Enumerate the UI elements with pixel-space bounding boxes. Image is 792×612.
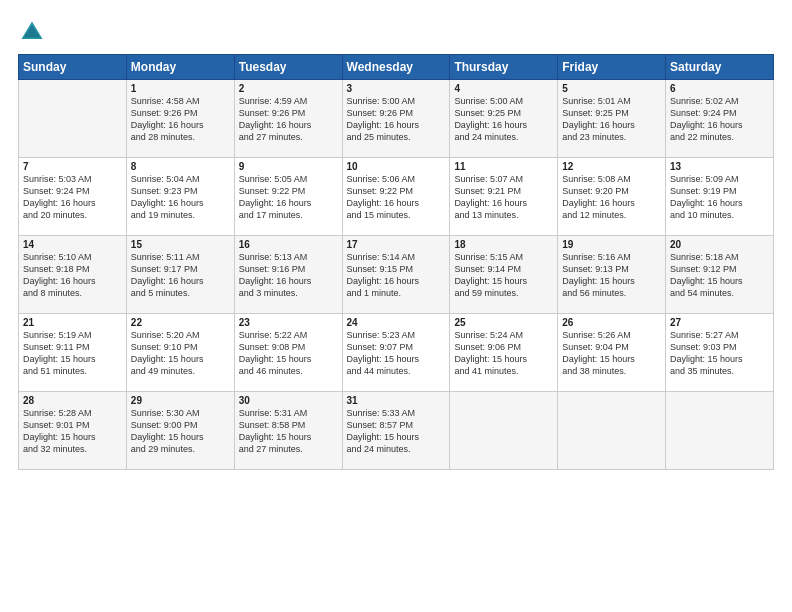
day-cell: 15Sunrise: 5:11 AM Sunset: 9:17 PM Dayli…: [126, 236, 234, 314]
page: SundayMondayTuesdayWednesdayThursdayFrid…: [0, 0, 792, 480]
day-cell: 16Sunrise: 5:13 AM Sunset: 9:16 PM Dayli…: [234, 236, 342, 314]
day-info: Sunrise: 5:28 AM Sunset: 9:01 PM Dayligh…: [23, 407, 122, 456]
day-info: Sunrise: 5:31 AM Sunset: 8:58 PM Dayligh…: [239, 407, 338, 456]
day-cell: 22Sunrise: 5:20 AM Sunset: 9:10 PM Dayli…: [126, 314, 234, 392]
day-info: Sunrise: 5:26 AM Sunset: 9:04 PM Dayligh…: [562, 329, 661, 378]
day-cell: 1Sunrise: 4:58 AM Sunset: 9:26 PM Daylig…: [126, 80, 234, 158]
day-cell: 8Sunrise: 5:04 AM Sunset: 9:23 PM Daylig…: [126, 158, 234, 236]
day-number: 28: [23, 395, 122, 406]
day-cell: 9Sunrise: 5:05 AM Sunset: 9:22 PM Daylig…: [234, 158, 342, 236]
day-number: 27: [670, 317, 769, 328]
header-row: SundayMondayTuesdayWednesdayThursdayFrid…: [19, 55, 774, 80]
day-cell: 26Sunrise: 5:26 AM Sunset: 9:04 PM Dayli…: [558, 314, 666, 392]
day-info: Sunrise: 5:24 AM Sunset: 9:06 PM Dayligh…: [454, 329, 553, 378]
col-header-wednesday: Wednesday: [342, 55, 450, 80]
day-cell: 20Sunrise: 5:18 AM Sunset: 9:12 PM Dayli…: [666, 236, 774, 314]
day-number: 10: [347, 161, 446, 172]
day-cell: 7Sunrise: 5:03 AM Sunset: 9:24 PM Daylig…: [19, 158, 127, 236]
day-number: 14: [23, 239, 122, 250]
day-info: Sunrise: 5:08 AM Sunset: 9:20 PM Dayligh…: [562, 173, 661, 222]
day-info: Sunrise: 5:05 AM Sunset: 9:22 PM Dayligh…: [239, 173, 338, 222]
day-cell: 19Sunrise: 5:16 AM Sunset: 9:13 PM Dayli…: [558, 236, 666, 314]
day-number: 26: [562, 317, 661, 328]
day-cell: 12Sunrise: 5:08 AM Sunset: 9:20 PM Dayli…: [558, 158, 666, 236]
day-cell: 13Sunrise: 5:09 AM Sunset: 9:19 PM Dayli…: [666, 158, 774, 236]
day-cell: 27Sunrise: 5:27 AM Sunset: 9:03 PM Dayli…: [666, 314, 774, 392]
day-number: 8: [131, 161, 230, 172]
day-info: Sunrise: 5:04 AM Sunset: 9:23 PM Dayligh…: [131, 173, 230, 222]
day-cell: 14Sunrise: 5:10 AM Sunset: 9:18 PM Dayli…: [19, 236, 127, 314]
day-info: Sunrise: 5:30 AM Sunset: 9:00 PM Dayligh…: [131, 407, 230, 456]
day-number: 2: [239, 83, 338, 94]
day-info: Sunrise: 5:20 AM Sunset: 9:10 PM Dayligh…: [131, 329, 230, 378]
day-info: Sunrise: 5:27 AM Sunset: 9:03 PM Dayligh…: [670, 329, 769, 378]
col-header-tuesday: Tuesday: [234, 55, 342, 80]
day-info: Sunrise: 5:07 AM Sunset: 9:21 PM Dayligh…: [454, 173, 553, 222]
day-cell: 2Sunrise: 4:59 AM Sunset: 9:26 PM Daylig…: [234, 80, 342, 158]
week-row-4: 28Sunrise: 5:28 AM Sunset: 9:01 PM Dayli…: [19, 392, 774, 470]
day-cell: [558, 392, 666, 470]
day-cell: 25Sunrise: 5:24 AM Sunset: 9:06 PM Dayli…: [450, 314, 558, 392]
day-number: 24: [347, 317, 446, 328]
day-info: Sunrise: 5:02 AM Sunset: 9:24 PM Dayligh…: [670, 95, 769, 144]
day-info: Sunrise: 5:03 AM Sunset: 9:24 PM Dayligh…: [23, 173, 122, 222]
day-info: Sunrise: 5:22 AM Sunset: 9:08 PM Dayligh…: [239, 329, 338, 378]
day-number: 15: [131, 239, 230, 250]
day-cell: 3Sunrise: 5:00 AM Sunset: 9:26 PM Daylig…: [342, 80, 450, 158]
day-cell: [450, 392, 558, 470]
day-number: 18: [454, 239, 553, 250]
day-cell: 29Sunrise: 5:30 AM Sunset: 9:00 PM Dayli…: [126, 392, 234, 470]
week-row-0: 1Sunrise: 4:58 AM Sunset: 9:26 PM Daylig…: [19, 80, 774, 158]
day-info: Sunrise: 5:00 AM Sunset: 9:25 PM Dayligh…: [454, 95, 553, 144]
day-info: Sunrise: 5:09 AM Sunset: 9:19 PM Dayligh…: [670, 173, 769, 222]
day-cell: 24Sunrise: 5:23 AM Sunset: 9:07 PM Dayli…: [342, 314, 450, 392]
header: [18, 18, 774, 46]
day-number: 17: [347, 239, 446, 250]
day-cell: 21Sunrise: 5:19 AM Sunset: 9:11 PM Dayli…: [19, 314, 127, 392]
day-cell: 10Sunrise: 5:06 AM Sunset: 9:22 PM Dayli…: [342, 158, 450, 236]
col-header-friday: Friday: [558, 55, 666, 80]
day-number: 3: [347, 83, 446, 94]
day-info: Sunrise: 5:01 AM Sunset: 9:25 PM Dayligh…: [562, 95, 661, 144]
logo: [18, 18, 50, 46]
day-number: 23: [239, 317, 338, 328]
day-number: 21: [23, 317, 122, 328]
day-number: 22: [131, 317, 230, 328]
day-cell: [19, 80, 127, 158]
day-number: 29: [131, 395, 230, 406]
day-info: Sunrise: 5:16 AM Sunset: 9:13 PM Dayligh…: [562, 251, 661, 300]
day-cell: 18Sunrise: 5:15 AM Sunset: 9:14 PM Dayli…: [450, 236, 558, 314]
day-info: Sunrise: 4:59 AM Sunset: 9:26 PM Dayligh…: [239, 95, 338, 144]
day-cell: 17Sunrise: 5:14 AM Sunset: 9:15 PM Dayli…: [342, 236, 450, 314]
day-info: Sunrise: 5:11 AM Sunset: 9:17 PM Dayligh…: [131, 251, 230, 300]
day-cell: 11Sunrise: 5:07 AM Sunset: 9:21 PM Dayli…: [450, 158, 558, 236]
day-number: 6: [670, 83, 769, 94]
day-cell: 31Sunrise: 5:33 AM Sunset: 8:57 PM Dayli…: [342, 392, 450, 470]
day-info: Sunrise: 4:58 AM Sunset: 9:26 PM Dayligh…: [131, 95, 230, 144]
col-header-saturday: Saturday: [666, 55, 774, 80]
day-number: 19: [562, 239, 661, 250]
day-info: Sunrise: 5:14 AM Sunset: 9:15 PM Dayligh…: [347, 251, 446, 300]
day-number: 31: [347, 395, 446, 406]
day-number: 13: [670, 161, 769, 172]
week-row-1: 7Sunrise: 5:03 AM Sunset: 9:24 PM Daylig…: [19, 158, 774, 236]
day-cell: 6Sunrise: 5:02 AM Sunset: 9:24 PM Daylig…: [666, 80, 774, 158]
col-header-sunday: Sunday: [19, 55, 127, 80]
day-number: 1: [131, 83, 230, 94]
day-info: Sunrise: 5:15 AM Sunset: 9:14 PM Dayligh…: [454, 251, 553, 300]
day-cell: 23Sunrise: 5:22 AM Sunset: 9:08 PM Dayli…: [234, 314, 342, 392]
day-number: 11: [454, 161, 553, 172]
day-info: Sunrise: 5:00 AM Sunset: 9:26 PM Dayligh…: [347, 95, 446, 144]
col-header-thursday: Thursday: [450, 55, 558, 80]
day-number: 7: [23, 161, 122, 172]
day-number: 9: [239, 161, 338, 172]
day-cell: 4Sunrise: 5:00 AM Sunset: 9:25 PM Daylig…: [450, 80, 558, 158]
day-cell: 30Sunrise: 5:31 AM Sunset: 8:58 PM Dayli…: [234, 392, 342, 470]
day-info: Sunrise: 5:19 AM Sunset: 9:11 PM Dayligh…: [23, 329, 122, 378]
day-number: 12: [562, 161, 661, 172]
logo-icon: [18, 18, 46, 46]
week-row-3: 21Sunrise: 5:19 AM Sunset: 9:11 PM Dayli…: [19, 314, 774, 392]
day-info: Sunrise: 5:23 AM Sunset: 9:07 PM Dayligh…: [347, 329, 446, 378]
day-number: 25: [454, 317, 553, 328]
day-cell: 28Sunrise: 5:28 AM Sunset: 9:01 PM Dayli…: [19, 392, 127, 470]
